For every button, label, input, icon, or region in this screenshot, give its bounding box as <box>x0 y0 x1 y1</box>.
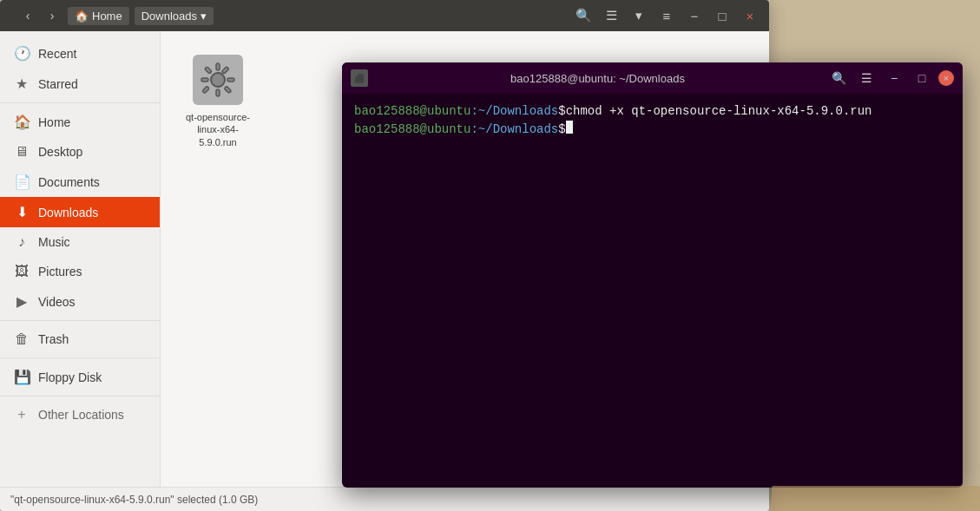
terminal-line-1: bao125888@ubuntu:~/Downloads$ chmod +x q… <box>354 102 950 121</box>
sidebar-item-home[interactable]: 🏠 Home <box>0 107 160 137</box>
term-dollar-2: $ <box>558 121 565 139</box>
svg-rect-4 <box>227 78 234 82</box>
home-icon: 🏠 <box>75 10 89 23</box>
terminal-title: bao125888@ubuntu: ~/Downloads <box>375 72 820 85</box>
titlebar-actions: 🔍 ☰ ▾ ≡ − □ × <box>571 3 762 28</box>
sidebar-item-videos[interactable]: ▶ Videos <box>0 286 160 317</box>
back-button[interactable]: ‹ <box>17 5 38 26</box>
terminal-titlebar: ⬛ bao125888@ubuntu: ~/Downloads 🔍 ☰ − □ … <box>342 62 963 94</box>
desktop-taskbar-partial <box>772 486 980 511</box>
documents-icon: 📄 <box>14 174 30 190</box>
sidebar-divider-4 <box>0 396 160 396</box>
breadcrumb-label: Downloads <box>141 10 197 23</box>
terminal-maximize-button[interactable]: □ <box>911 67 933 89</box>
terminal-controls: 🔍 ☰ − □ × <box>827 67 954 89</box>
svg-rect-8 <box>224 86 231 93</box>
sidebar-item-trash[interactable]: 🗑 Trash <box>0 324 160 354</box>
terminal-close-button[interactable]: × <box>938 70 954 86</box>
videos-icon: ▶ <box>14 293 30 310</box>
term-cursor <box>566 121 573 134</box>
desktop-icon: 🖥 <box>14 144 30 160</box>
sidebar-item-label-starred: Starred <box>38 77 78 91</box>
sidebar-item-label-downloads: Downloads <box>38 206 98 219</box>
terminal-window: ⬛ bao125888@ubuntu: ~/Downloads 🔍 ☰ − □ … <box>342 62 963 488</box>
status-text: "qt-opensource-linux-x64-5.9.0.run" sele… <box>10 494 258 506</box>
floppy-icon: 💾 <box>14 369 30 385</box>
term-cmd-1: chmod +x qt-opensource-linux-x64-5.9.0.r… <box>566 102 872 121</box>
breadcrumb-button[interactable]: Downloads ▾ <box>135 7 214 25</box>
term-user-2: bao125888@ubuntu <box>354 121 470 139</box>
term-dir-2: :~/Downloads <box>470 121 558 139</box>
gear-file-icon <box>193 55 243 105</box>
svg-rect-7 <box>202 86 209 93</box>
sidebar-item-label-other: Other Locations <box>38 408 124 422</box>
sidebar-item-desktop[interactable]: 🖥 Desktop <box>0 137 160 167</box>
sidebar-item-starred[interactable]: ★ Starred <box>0 69 160 99</box>
add-icon: + <box>14 407 30 423</box>
sidebar-item-label-videos: Videos <box>38 295 76 309</box>
terminal-line-2: bao125888@ubuntu:~/Downloads$ <box>354 121 950 139</box>
sidebar-item-label-documents: Documents <box>38 175 100 189</box>
sidebar-item-label-recent: Recent <box>38 47 76 61</box>
sidebar: 🕐 Recent ★ Starred 🏠 Home 🖥 Desktop 📄 Do… <box>0 31 161 487</box>
sidebar-item-floppy[interactable]: 💾 Floppy Disk <box>0 362 160 392</box>
statusbar: "qt-opensource-linux-x64-5.9.0.run" sele… <box>0 487 769 511</box>
sidebar-divider-2 <box>0 320 160 321</box>
sidebar-item-label-home: Home <box>38 115 70 129</box>
term-user-1: bao125888@ubuntu <box>354 102 470 121</box>
terminal-app-icon: ⬛ <box>351 69 368 87</box>
sidebar-divider-1 <box>0 102 160 103</box>
sidebar-item-label-music: Music <box>38 235 70 249</box>
term-dollar-1: $ <box>558 102 565 121</box>
file-manager-titlebar: ‹ › 🏠 Home Downloads ▾ 🔍 ☰ ▾ ≡ − □ × <box>0 0 769 31</box>
breadcrumb-arrow: ▾ <box>201 10 207 23</box>
svg-rect-1 <box>216 63 220 70</box>
term-dir-1: :~/Downloads <box>470 102 558 121</box>
maximize-button[interactable]: □ <box>710 3 734 28</box>
terminal-body[interactable]: bao125888@ubuntu:~/Downloads$ chmod +x q… <box>342 94 963 488</box>
file-item-qt[interactable]: qt-opensource-linux-x64-5.9.0.run <box>174 45 261 155</box>
search-button[interactable]: 🔍 <box>571 3 595 28</box>
list-view-button[interactable]: ☰ <box>599 3 623 28</box>
sidebar-item-downloads[interactable]: ⬇ Downloads <box>0 197 160 227</box>
terminal-menu-button[interactable]: ☰ <box>855 67 878 89</box>
sidebar-item-documents[interactable]: 📄 Documents <box>0 167 160 197</box>
file-name-qt: qt-opensource-linux-x64-5.9.0.run <box>181 111 254 148</box>
home-sidebar-icon: 🏠 <box>14 114 30 130</box>
sidebar-item-label-pictures: Pictures <box>38 265 82 278</box>
file-icon-wrapper <box>190 52 246 108</box>
starred-icon: ★ <box>14 75 30 92</box>
sidebar-divider-3 <box>0 357 160 358</box>
downloads-icon: ⬇ <box>14 204 30 220</box>
sidebar-item-pictures[interactable]: 🖼 Pictures <box>0 257 160 286</box>
svg-rect-2 <box>216 89 220 96</box>
terminal-search-button[interactable]: 🔍 <box>827 67 850 89</box>
home-label: Home <box>92 10 122 23</box>
sidebar-item-music[interactable]: ♪ Music <box>0 227 160 257</box>
forward-button[interactable]: › <box>42 5 62 26</box>
music-icon: ♪ <box>14 234 30 250</box>
pictures-icon: 🖼 <box>14 264 30 279</box>
close-button[interactable]: × <box>738 3 762 28</box>
view-options-button[interactable]: ▾ <box>627 3 651 28</box>
svg-rect-6 <box>221 67 228 74</box>
svg-point-0 <box>211 73 225 87</box>
terminal-minimize-button[interactable]: − <box>883 67 905 89</box>
minimize-button[interactable]: − <box>682 3 707 28</box>
sidebar-item-label-desktop: Desktop <box>38 145 82 159</box>
sidebar-item-other[interactable]: + Other Locations <box>0 400 160 429</box>
recent-icon: 🕐 <box>14 45 30 62</box>
sidebar-item-recent[interactable]: 🕐 Recent <box>0 38 160 69</box>
svg-rect-3 <box>201 78 208 82</box>
sidebar-item-label-floppy: Floppy Disk <box>38 370 102 384</box>
trash-icon: 🗑 <box>14 331 30 347</box>
titlebar-nav: ‹ › <box>17 5 62 26</box>
home-button[interactable]: 🏠 Home <box>68 7 129 25</box>
sidebar-item-label-trash: Trash <box>38 332 69 346</box>
menu-button[interactable]: ≡ <box>654 3 679 28</box>
svg-rect-5 <box>205 67 212 74</box>
